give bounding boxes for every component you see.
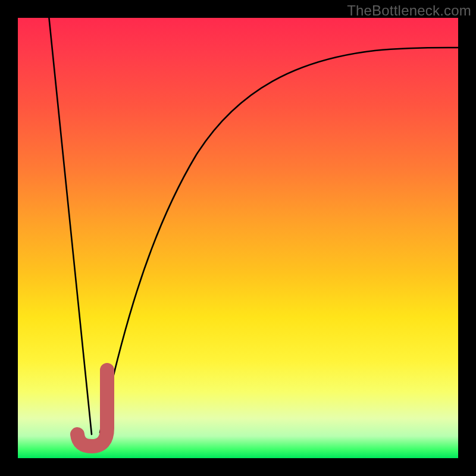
outer-frame: TheBottleneck.com [0,0,476,476]
curve-left-branch [49,18,92,434]
plot-area [18,18,458,458]
curve-layer [18,18,458,458]
curve-right-branch [100,48,458,433]
watermark-text: TheBottleneck.com [347,2,471,19]
